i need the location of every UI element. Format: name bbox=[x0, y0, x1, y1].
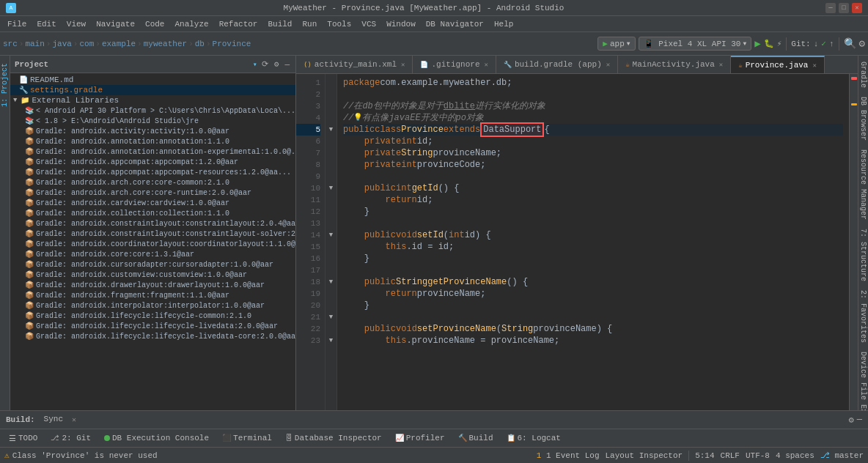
close-sync-tab[interactable]: ✕ bbox=[72, 415, 76, 424]
breadcrumb-src[interactable]: src bbox=[3, 40, 18, 48]
menu-edit[interactable]: Edit bbox=[32, 18, 60, 30]
fold-marker[interactable]: ▼ bbox=[329, 278, 333, 286]
run-config-dropdown[interactable]: ▶ app ▼ bbox=[597, 37, 635, 51]
device-dropdown[interactable]: 📱 Pixel 4 XL API 30 ▼ bbox=[639, 37, 752, 51]
tree-item-external-libs[interactable]: ▼ 📁 External Libraries bbox=[10, 95, 295, 105]
tree-item-lib[interactable]: 📦 Gradle: androidx.lifecycle:lifecycle-c… bbox=[10, 311, 295, 321]
breadcrumb-main[interactable]: main bbox=[25, 40, 44, 48]
tree-item-jre[interactable]: 📚 < 1.8 > E:\Android\Android Studio\jre bbox=[10, 116, 295, 126]
menu-db-navigator[interactable]: DB Navigator bbox=[422, 18, 488, 30]
resource-manager-tab[interactable]: Resource Manager bbox=[858, 147, 868, 223]
breadcrumb-example[interactable]: example bbox=[102, 40, 136, 48]
menu-code[interactable]: Code bbox=[141, 18, 169, 30]
git-branch[interactable]: ⎇ master bbox=[820, 451, 864, 460]
fold-marker[interactable]: ▼ bbox=[329, 126, 333, 133]
close-tab-button[interactable]: ✕ bbox=[719, 61, 723, 69]
tree-item-lib[interactable]: 📦 Gradle: androidx.lifecycle:lifecycle-l… bbox=[10, 331, 295, 341]
project-type-dropdown[interactable]: ▾ bbox=[253, 60, 257, 69]
fold-marker[interactable]: ▼ bbox=[329, 314, 333, 321]
tree-item-lib[interactable]: 📦 Gradle: androidx.lifecycle:lifecycle-l… bbox=[10, 321, 295, 331]
menu-help[interactable]: Help bbox=[490, 18, 518, 30]
cursor-position[interactable]: 5:14 bbox=[695, 451, 714, 460]
code-content[interactable]: package com.example.myweather.db; //在db包… bbox=[337, 74, 849, 410]
close-tab-button[interactable]: ✕ bbox=[606, 61, 610, 69]
git-push-button[interactable]: ↑ bbox=[829, 40, 834, 48]
tree-item-lib[interactable]: 📦 Gradle: androidx.collection:collection… bbox=[10, 208, 295, 218]
fold-marker[interactable]: ▼ bbox=[329, 337, 333, 344]
breadcrumb-java[interactable]: java bbox=[52, 40, 71, 48]
project-tab[interactable]: 1: Project bbox=[0, 59, 10, 111]
todo-tab[interactable]: ☰ TODO bbox=[3, 432, 43, 445]
maximize-button[interactable]: □ bbox=[839, 3, 849, 13]
debug-button[interactable]: 🐛 bbox=[764, 39, 774, 48]
device-file-explorer-tab[interactable]: Device File Explorer bbox=[858, 349, 868, 410]
line-endings[interactable]: CRLF bbox=[721, 451, 740, 460]
search-everywhere-button[interactable]: 🔍 bbox=[844, 37, 856, 50]
indent-settings[interactable]: 4 spaces bbox=[776, 451, 814, 460]
tree-item-lib[interactable]: 📦 Gradle: androidx.coordinatorlayout:coo… bbox=[10, 239, 295, 249]
tree-item-lib[interactable]: 📦 Gradle: androidx.core:core:1.3.1@aar bbox=[10, 249, 295, 259]
profile-button[interactable]: ⚡ bbox=[777, 39, 782, 48]
breadcrumb-myweather[interactable]: myweather bbox=[144, 40, 187, 48]
menu-build[interactable]: Build bbox=[263, 18, 296, 30]
tree-item-lib[interactable]: 📦 Gradle: androidx.appcompat:appcompat:1… bbox=[10, 157, 295, 167]
tree-item-lib[interactable]: 📦 Gradle: androidx.activity:activity:1.0… bbox=[10, 126, 295, 136]
breadcrumb-province[interactable]: Province bbox=[213, 40, 251, 48]
tab-province[interactable]: ☕ Province.java ✕ bbox=[731, 56, 825, 73]
db-browser-tab[interactable]: DB Browser bbox=[858, 94, 868, 144]
settings-button[interactable]: ⚙ bbox=[859, 37, 865, 50]
tree-item-lib[interactable]: 📦 Gradle: androidx.annotation:annotation… bbox=[10, 136, 295, 147]
file-encoding[interactable]: UTF-8 bbox=[746, 451, 770, 460]
tree-item-lib[interactable]: 📦 Gradle: androidx.fragment:fragment:1.1… bbox=[10, 290, 295, 300]
sync-tab[interactable]: Sync bbox=[38, 413, 69, 426]
menu-run[interactable]: Run bbox=[298, 18, 321, 30]
tab-mainactivity[interactable]: ☕ MainActivity.java ✕ bbox=[618, 56, 731, 73]
structure-tab[interactable]: 7: Structure bbox=[858, 226, 868, 284]
tree-item-lib[interactable]: 📦 Gradle: androidx.drawerlayout:drawerla… bbox=[10, 280, 295, 290]
close-tab-button[interactable]: ✕ bbox=[485, 61, 488, 69]
tab-gitignore[interactable]: 📄 .gitignore ✕ bbox=[413, 56, 496, 73]
terminal-tab[interactable]: ⬛ Terminal bbox=[216, 432, 278, 444]
sync-button[interactable]: ⟳ bbox=[260, 59, 270, 69]
git-tab[interactable]: ⎇ 2: Git bbox=[45, 432, 97, 444]
db-execution-tab[interactable]: DB Execution Console bbox=[98, 432, 215, 444]
build-settings-button[interactable]: ⚙ bbox=[849, 415, 854, 426]
git-update-button[interactable]: ↓ bbox=[814, 40, 819, 48]
tree-item-lib[interactable]: 📦 Gradle: androidx.interpolator:interpol… bbox=[10, 300, 295, 311]
tree-item-lib[interactable]: 📦 Gradle: androidx.customview:customview… bbox=[10, 270, 295, 280]
favorites-tab[interactable]: 2: Favorites bbox=[858, 287, 868, 346]
menu-view[interactable]: View bbox=[62, 18, 90, 30]
tree-item-api30[interactable]: 📚 < Android API 30 Platform > C:\Users\C… bbox=[10, 105, 295, 116]
fold-marker[interactable]: ▼ bbox=[329, 232, 333, 239]
close-tab-button[interactable]: ✕ bbox=[812, 62, 816, 70]
menu-window[interactable]: Window bbox=[382, 18, 420, 30]
tree-item-lib[interactable]: 📦 Gradle: androidx.annotation:annotation… bbox=[10, 147, 295, 157]
tree-item-lib[interactable]: 📦 Gradle: androidx.cardview:cardview:1.0… bbox=[10, 198, 295, 208]
tree-item-lib[interactable]: 📦 Gradle: androidx.cursoradapter:cursora… bbox=[10, 259, 295, 270]
tree-item-lib[interactable]: 📦 Gradle: androidx.appcompat:appcompat-r… bbox=[10, 167, 295, 177]
build-minimize-button[interactable]: — bbox=[857, 415, 862, 425]
gear-icon[interactable]: ⚙ bbox=[273, 59, 281, 69]
gradle-tab[interactable]: Gradle bbox=[858, 59, 868, 91]
menu-vcs[interactable]: VCS bbox=[357, 18, 380, 30]
minimize-button[interactable]: — bbox=[825, 3, 836, 13]
minimize-panel-button[interactable]: — bbox=[283, 60, 291, 69]
breadcrumb-db[interactable]: db bbox=[195, 40, 205, 48]
menu-tools[interactable]: Tools bbox=[323, 18, 356, 30]
layout-inspector-button[interactable]: Layout Inspector bbox=[606, 451, 683, 460]
close-button[interactable]: ✕ bbox=[852, 3, 862, 13]
tree-item-lib[interactable]: 📦 Gradle: androidx.constraintlayout:cons… bbox=[10, 229, 295, 239]
profiler-tab[interactable]: 📈 Profiler bbox=[389, 432, 451, 444]
tree-item-settings[interactable]: 🔧 settings.gradle bbox=[10, 85, 295, 95]
event-log-button[interactable]: 1 1 Event Log bbox=[537, 451, 600, 460]
close-tab-button[interactable]: ✕ bbox=[401, 61, 405, 69]
tab-build-gradle[interactable]: 🔧 build.gradle (app) ✕ bbox=[496, 56, 618, 73]
build-tab[interactable]: 🔨 Build bbox=[452, 432, 499, 444]
breadcrumb-com[interactable]: com bbox=[79, 40, 94, 48]
menu-navigate[interactable]: Navigate bbox=[92, 18, 139, 30]
tree-item-lib[interactable]: 📦 Gradle: androidx.arch.core:core-runtim… bbox=[10, 188, 295, 198]
logcat-tab[interactable]: 📋 6: Logcat bbox=[501, 432, 567, 444]
tree-item-lib[interactable]: 📦 Gradle: androidx.arch.core:core-common… bbox=[10, 177, 295, 188]
database-inspector-tab[interactable]: 🗄 Database Inspector bbox=[279, 432, 388, 444]
menu-file[interactable]: File bbox=[3, 18, 31, 30]
